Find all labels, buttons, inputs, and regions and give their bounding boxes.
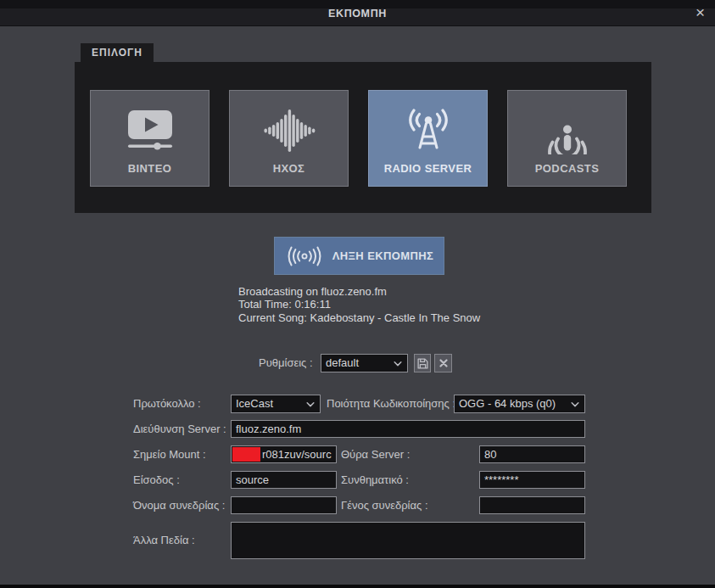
server-port-value: 80 xyxy=(484,448,496,461)
server-port-label: Θύρα Server : xyxy=(341,445,410,464)
chevron-down-icon xyxy=(394,361,402,367)
stop-broadcast-button[interactable]: ΛΗΞΗ ΕΚΠΟΜΠΗΣ xyxy=(274,237,444,275)
window-bottom-border xyxy=(0,585,715,588)
server-port-input[interactable]: 80 xyxy=(479,445,585,463)
presets-selected-value: default xyxy=(326,356,359,369)
mount-point-value: r081zuv/sourc xyxy=(262,446,332,462)
tab-selection[interactable]: ΕΠΙΛΟΓΗ xyxy=(81,43,154,62)
source-button-radio-server[interactable]: RADIO SERVER xyxy=(368,90,488,187)
session-genre-input[interactable] xyxy=(479,496,585,514)
redaction-block xyxy=(232,447,260,462)
mount-point-input[interactable]: r081zuv/sourc xyxy=(231,445,337,463)
presets-select[interactable]: default xyxy=(321,354,408,372)
antenna-broadcast-icon xyxy=(369,106,487,155)
protocol-label: Πρωτόκολλο : xyxy=(133,395,201,413)
close-icon[interactable]: × xyxy=(695,3,705,23)
login-input[interactable]: source xyxy=(231,471,337,489)
password-masked-value: ******** xyxy=(484,473,518,486)
podcast-icon xyxy=(508,106,626,155)
save-icon xyxy=(417,358,428,369)
status-line-server: Broadcasting on fluoz.zeno.fm xyxy=(238,285,480,298)
status-line-total-time: Total Time: 0:16:11 xyxy=(238,298,480,311)
video-player-icon xyxy=(91,106,209,155)
source-button-video[interactable]: ΒΙΝΤΕΟ xyxy=(90,90,209,187)
login-label: Είσοδος : xyxy=(133,471,180,490)
dialog-title: ΕΚΠΟΜΠΗ xyxy=(0,8,715,20)
source-button-label: PODCASTS xyxy=(508,162,626,175)
status-line-current-song: Current Song: Kadebostany - Castle In Th… xyxy=(238,311,480,324)
server-address-value: fluoz.zeno.fm xyxy=(236,423,301,435)
server-address-label: Διεύθυνση Server : xyxy=(133,420,226,439)
source-button-label: ΒΙΝΤΕΟ xyxy=(91,162,209,175)
titlebar: ΕΚΠΟΜΠΗ × xyxy=(0,0,715,26)
mount-point-label: Σημείο Mount : xyxy=(133,445,206,464)
x-icon xyxy=(439,359,448,367)
session-genre-label: Γένος συνεδρίας : xyxy=(341,496,428,515)
broadcast-dialog: ΕΚΠΟΜΠΗ × ΕΠΙΛΟΓΗ ΒΙΝΤΕΟ xyxy=(0,0,715,588)
encoding-quality-label: Ποιότητα Κωδικοποίησης : xyxy=(327,395,455,413)
source-button-label: ΗΧΟΣ xyxy=(230,162,348,175)
encoding-quality-selected-value: OGG - 64 kbps (q0) xyxy=(459,397,556,410)
protocol-select[interactable]: IceCast xyxy=(231,395,321,413)
presets-label: Ρυθμίσεις : xyxy=(259,354,313,372)
session-name-input[interactable] xyxy=(231,496,337,514)
password-label: Συνθηματικό : xyxy=(341,471,409,490)
save-preset-button[interactable] xyxy=(414,354,431,372)
login-value: source xyxy=(236,473,269,486)
source-button-podcasts[interactable]: PODCASTS xyxy=(507,90,627,187)
protocol-selected-value: IceCast xyxy=(236,397,273,410)
source-button-label: RADIO SERVER xyxy=(369,162,487,175)
broadcast-waves-icon xyxy=(285,245,324,267)
audio-waveform-icon xyxy=(230,106,348,155)
stop-broadcast-label: ΛΗΞΗ ΕΚΠΟΜΠΗΣ xyxy=(332,249,434,262)
session-name-label: Όνομα συνεδρίας : xyxy=(133,496,225,515)
other-fields-textarea[interactable] xyxy=(231,522,585,559)
password-input[interactable]: ******** xyxy=(479,471,585,489)
other-fields-label: Άλλα Πεδία : xyxy=(133,531,195,550)
encoding-quality-select[interactable]: OGG - 64 kbps (q0) xyxy=(454,395,585,413)
server-address-input[interactable]: fluoz.zeno.fm xyxy=(231,420,585,438)
delete-preset-button[interactable] xyxy=(434,354,452,372)
chevron-down-icon xyxy=(571,402,579,407)
source-button-audio[interactable]: ΗΧΟΣ xyxy=(229,90,349,187)
chevron-down-icon xyxy=(306,402,315,407)
broadcast-status: Broadcasting on fluoz.zeno.fm Total Time… xyxy=(238,285,480,324)
